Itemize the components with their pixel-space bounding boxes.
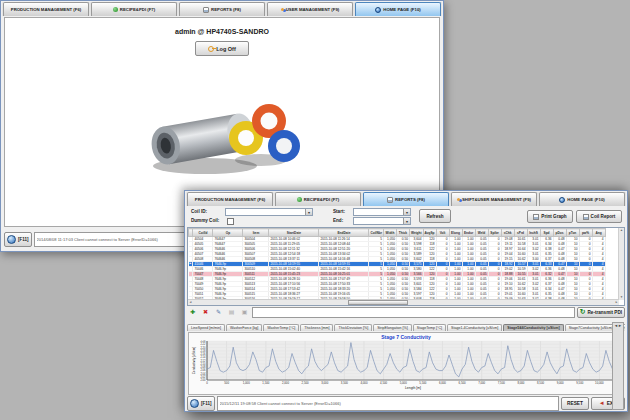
y-axis-label: Conductivity [uS/cm]	[192, 347, 196, 375]
coil-id-combo[interactable]: ▾	[225, 208, 313, 216]
refresh-button[interactable]: Refresh	[419, 209, 451, 223]
edit-row-icon[interactable]: ✎	[213, 306, 224, 318]
dummy-coil-checkbox[interactable]	[227, 218, 234, 225]
x-tick-label: 10,000	[595, 381, 604, 385]
signal-tab-1[interactable]: LineSpeed [m/min]	[187, 324, 225, 331]
document-icon	[583, 214, 589, 220]
signal-tab-7[interactable]: StageTemp [°C]	[413, 324, 446, 331]
column-header[interactable]: CoilNbr	[369, 229, 384, 237]
column-header[interactable]: AvgSp	[423, 229, 436, 237]
scroll-up-icon[interactable]: ▲	[619, 228, 624, 233]
column-header[interactable]: StartDate	[269, 229, 319, 237]
delete-row-icon[interactable]: ✖	[200, 306, 211, 318]
reports-tab-2[interactable]: RECIPE&PDI (F7)	[275, 192, 361, 206]
signal-tab-6[interactable]: StripElongation [%]	[373, 324, 412, 331]
scroll-right-icon[interactable]: ►	[614, 300, 619, 305]
scroll-down-icon[interactable]: ▼	[619, 295, 624, 300]
x-tick-label: 500	[224, 381, 229, 385]
signal-tabbar: LineSpeed [m/min]WasherForce [kg]WasherT…	[187, 320, 625, 331]
signal-tab-scroll-arrows[interactable]: ◄►	[612, 322, 624, 410]
column-header[interactable]: Ang	[592, 229, 605, 237]
chart-panel: Stage 7 Conductivity 05001,0001,5002,000…	[188, 332, 624, 395]
x-tick-label: 8,000	[517, 381, 524, 385]
column-header[interactable]: Spike	[488, 229, 501, 237]
column-header[interactable]: pDos	[553, 229, 566, 237]
column-header[interactable]: Weight	[409, 229, 423, 237]
reports-icon	[203, 7, 209, 13]
reports-tab-5[interactable]: HOME PAGE (F10)	[539, 192, 625, 206]
scroll-right-icon[interactable]: ►	[618, 323, 622, 328]
column-header[interactable]: Thick	[396, 229, 409, 237]
key-icon	[208, 46, 214, 52]
signal-tab-3[interactable]: WasherTemp [°C]	[263, 324, 299, 331]
reports-tab-3[interactable]: REPORTS (F8)	[363, 192, 449, 206]
tab-label: REPORTS (F8)	[211, 7, 241, 12]
column-header[interactable]: Op	[213, 229, 243, 237]
print-graph-button[interactable]: Print Graph	[527, 210, 573, 223]
table-horizontal-scrollbar[interactable]: ◄ ►	[188, 299, 619, 305]
chevron-down-icon[interactable]: ▾	[403, 218, 410, 224]
log-off-button[interactable]: Log Off	[195, 41, 249, 56]
column-header[interactable]: InchS	[527, 229, 540, 237]
save-icon[interactable]: ▤	[226, 306, 237, 318]
x-tick-label: 2,000	[282, 381, 289, 385]
signal-tab-5[interactable]: ThickDeviation [%]	[334, 324, 372, 331]
conductivity-chart: 05001,0001,5002,0002,5003,0003,5004,0004…	[191, 340, 625, 392]
column-header[interactable]: CoilId	[193, 229, 213, 237]
signal-tab-10[interactable]: Stage7Conductivity [uS/cm]	[565, 324, 617, 331]
end-combo[interactable]: ▾	[353, 217, 411, 225]
tab-label: PRODUCTION MANAGEMENT (F6)	[11, 7, 81, 12]
reset-button[interactable]: RESET	[561, 397, 589, 410]
home-tab-4[interactable]: USER MANAGEMENT (F9)	[267, 2, 353, 16]
reports-window-tabbar: PRODUCTION MANAGEMENT (F6)RECIPE&PDI (F7…	[186, 192, 626, 206]
scroll-left-icon[interactable]: ◄	[188, 300, 193, 305]
column-header[interactable]: Width	[383, 229, 396, 237]
language-button[interactable]: [F11]	[4, 232, 32, 247]
reports-tab-1[interactable]: PRODUCTION MANAGEMENT (F6)	[187, 192, 273, 206]
column-header[interactable]: sChk	[501, 229, 514, 237]
coil-report-button[interactable]: Coil Report	[576, 210, 622, 223]
x-tick-label: 6,500	[459, 381, 466, 385]
reports-tab-4[interactable]: SHIFT&USER MANAGEMENT (F9)	[451, 192, 537, 206]
column-header[interactable]: pTon	[566, 229, 579, 237]
retransmit-icon: ↻	[580, 308, 586, 316]
tab-label: HOME PAGE (F10)	[567, 197, 604, 202]
column-header[interactable]: Elong	[449, 229, 462, 237]
add-row-icon[interactable]: ✚	[187, 306, 198, 318]
coils-image	[143, 78, 303, 183]
tab-label: SHIFT&USER MANAGEMENT (F9)	[462, 197, 531, 202]
column-header[interactable]: sPrd	[514, 229, 527, 237]
column-header[interactable]: pw%	[579, 229, 592, 237]
column-header[interactable]: Weld	[475, 229, 488, 237]
language-button[interactable]: [F11]	[187, 396, 215, 411]
column-header[interactable]: Endur	[462, 229, 475, 237]
signal-tab-2[interactable]: WasherForce [kg]	[226, 324, 262, 331]
home-icon	[375, 7, 381, 13]
signal-tab-8[interactable]: Stage1-4Conductivity [uS/cm]	[447, 324, 502, 331]
column-header[interactable]: Spd	[540, 229, 553, 237]
chevron-down-icon[interactable]: ▾	[403, 209, 410, 215]
home-tab-1[interactable]: PRODUCTION MANAGEMENT (F6)	[3, 2, 89, 16]
users-icon	[281, 8, 284, 11]
home-tab-3[interactable]: REPORTS (F8)	[179, 2, 265, 16]
table-vertical-scrollbar[interactable]: ▲ ▼	[618, 228, 624, 300]
x-axis-label: Length [m]	[405, 386, 421, 390]
column-header[interactable]: EndDate	[319, 229, 369, 237]
home-tab-5[interactable]: HOME PAGE (F10)	[355, 2, 441, 16]
column-header[interactable]: Volt	[436, 229, 449, 237]
home-tab-2[interactable]: RECIPE&PDI (F7)	[91, 2, 177, 16]
retransmit-label: Re-transmit PDI	[588, 310, 622, 315]
signal-tab-9[interactable]: Stage5&6Conductivity [uS/cm]	[503, 324, 563, 331]
coil-key-input[interactable]	[252, 307, 575, 318]
retransmit-pdi-button[interactable]: ↻ Re-transmit PDI	[577, 307, 625, 318]
signal-tab-4[interactable]: Thickness [mm]	[300, 324, 333, 331]
start-combo[interactable]: ▾	[353, 208, 411, 216]
chevron-down-icon[interactable]: ▾	[305, 209, 312, 215]
column-header[interactable]: Item	[243, 229, 269, 237]
globe-icon	[7, 235, 16, 244]
coil-table: CoilIdOpItemStartDateEndDateCoilNbrWidth…	[188, 228, 606, 306]
copy-icon[interactable]: ▣	[239, 306, 250, 318]
f11-label: [F11]	[18, 237, 29, 242]
dummy-coil-label: Dummy Coil:	[191, 218, 219, 223]
scrollbar-thumb[interactable]	[348, 300, 408, 305]
